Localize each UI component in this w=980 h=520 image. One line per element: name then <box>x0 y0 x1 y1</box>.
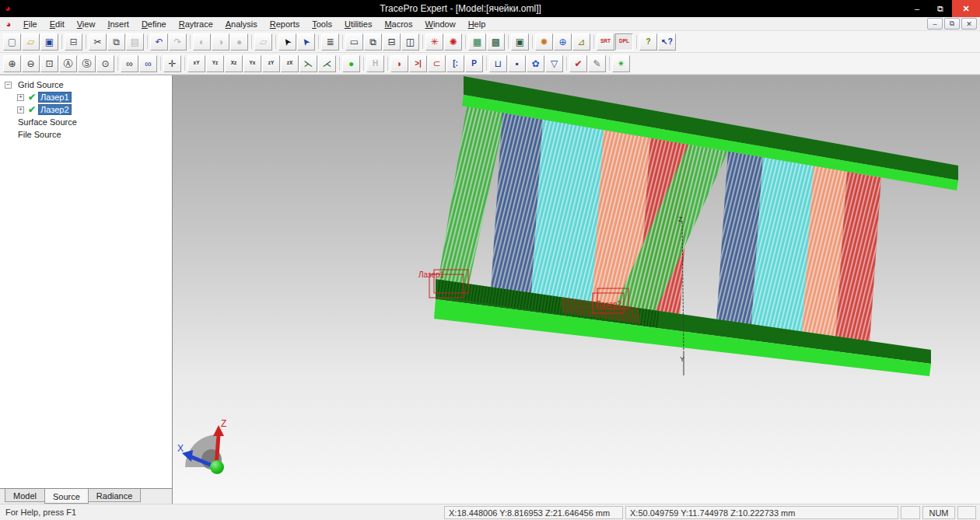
enabled-check-icon[interactable]: ✔ <box>28 92 36 103</box>
mdi-close-button[interactable]: ✕ <box>961 18 977 30</box>
view-yx-button[interactable]: Yx <box>243 55 261 72</box>
open-button[interactable]: ▱ <box>22 33 40 51</box>
zoom-selection-button[interactable]: Ⓢ <box>78 55 96 72</box>
help-button[interactable]: ? <box>639 33 657 51</box>
zoom-in-button[interactable]: ⊕ <box>3 55 21 72</box>
profile-d-button[interactable]: ◗ <box>390 55 408 72</box>
tree-item-laser2-label[interactable]: Лазер2 <box>38 104 72 115</box>
menu-macros[interactable]: Macros <box>378 17 418 30</box>
tree-item-file-source[interactable]: File Source <box>0 128 172 141</box>
zoom-all-button[interactable]: Ⓐ <box>59 55 77 72</box>
tree-item-laser2[interactable]: +✔Лазер2 <box>0 103 172 116</box>
tree-item-laser1-label[interactable]: Лазер1 <box>38 92 72 103</box>
menu-edit[interactable]: Edit <box>44 17 71 30</box>
tree-item-surface-source-label[interactable]: Surface Source <box>16 117 79 127</box>
menu-utilities[interactable]: Utilities <box>338 17 378 30</box>
select-button[interactable]: ➤ <box>278 33 296 51</box>
tree-item-grid-source-label[interactable]: Grid Source <box>16 79 66 90</box>
menu-window[interactable]: Window <box>418 17 461 30</box>
tree-item-laser1[interactable]: +✔Лазер1 <box>0 91 172 103</box>
model-view-canvas[interactable]: Z Y Лазер1 Лазер2 Z X <box>173 75 979 504</box>
view-yz-button[interactable]: Yz <box>206 55 224 72</box>
cut-button[interactable]: ✂ <box>89 33 107 51</box>
tree-item-file-source-label[interactable]: File Source <box>16 129 64 140</box>
save-button[interactable]: ▣ <box>40 33 58 51</box>
tile-horizontal-button[interactable]: ⊟ <box>383 33 401 51</box>
context-help-button[interactable]: ↖? <box>658 33 676 51</box>
pan-button[interactable]: ✛ <box>163 55 181 72</box>
menu-analysis[interactable]: Analysis <box>219 17 264 30</box>
minimize-button[interactable]: – <box>905 0 929 17</box>
redo-button[interactable]: ↷ <box>169 33 187 51</box>
sketch-button[interactable]: ✎ <box>588 55 606 72</box>
profile-lens-button[interactable]: ⊂ <box>428 55 446 72</box>
undo-button[interactable]: ↶ <box>150 33 168 51</box>
candela-plot-button[interactable]: ⊿ <box>572 33 590 51</box>
menu-define[interactable]: Define <box>135 17 173 30</box>
redraw-all-button[interactable]: ∞ <box>139 55 157 72</box>
expand-icon[interactable]: + <box>17 94 24 101</box>
apply-check-button[interactable]: ✔ <box>569 55 587 72</box>
h-tool-button[interactable]: H <box>366 55 384 72</box>
edit-region-button[interactable]: ▱ <box>254 33 272 51</box>
redraw-button[interactable]: ∞ <box>121 55 138 72</box>
irradiance-options-button[interactable]: ▩ <box>487 33 505 51</box>
tab-source[interactable]: Source <box>44 489 89 504</box>
dpl-mode-button[interactable]: DPL <box>615 33 633 51</box>
view-wireframe-button[interactable]: ◐ <box>193 33 211 51</box>
model-viewport[interactable]: Z Y Лазер1 Лазер2 Z X <box>173 75 980 504</box>
view-xz-button[interactable]: Xz <box>225 55 243 72</box>
trace-rays-rep-button[interactable]: ✺ <box>444 33 462 51</box>
zoom-previous-button[interactable]: ⊙ <box>96 55 114 72</box>
menu-view[interactable]: View <box>71 17 102 30</box>
cone-view-button[interactable]: ▽ <box>545 55 563 72</box>
mdi-minimize-button[interactable]: – <box>927 18 943 30</box>
tab-model[interactable]: Model <box>5 489 45 502</box>
view-hidden-line-button[interactable]: ◑ <box>212 33 229 51</box>
tab-radiance[interactable]: Radiance <box>88 489 141 502</box>
mdi-restore-button[interactable]: ⧉ <box>944 18 960 30</box>
trace-rays-button[interactable]: ✳ <box>425 33 443 51</box>
srt-mode-button[interactable]: SRT <box>597 33 614 51</box>
view-zx-button[interactable]: zX <box>281 55 299 72</box>
view-iso-2-button[interactable]: ⋌ <box>318 55 336 72</box>
tree-item-grid-source[interactable]: −Grid Source <box>0 79 172 91</box>
ray-limit-button[interactable]: >| <box>409 55 427 72</box>
source-options-button[interactable]: ✹ <box>535 33 553 51</box>
cascade-windows-button[interactable]: ⧉ <box>364 33 382 51</box>
copy-button[interactable]: ⧉ <box>107 33 125 51</box>
menu-reports[interactable]: Reports <box>264 17 306 30</box>
expand-icon[interactable]: + <box>17 106 24 113</box>
orbit-button[interactable]: ● <box>342 55 360 72</box>
print-button[interactable]: ⊟ <box>65 33 82 51</box>
zoom-out-button[interactable]: ⊖ <box>22 55 40 72</box>
view-iso-1-button[interactable]: ⋋ <box>299 55 317 72</box>
globe-view-button[interactable]: ⊕ <box>554 33 572 51</box>
cylinder-view-button[interactable]: ⊔ <box>489 55 507 72</box>
profile-section-button[interactable]: [: <box>446 55 464 72</box>
paste-button[interactable]: ▤ <box>126 33 144 51</box>
menu-raytrace[interactable]: Raytrace <box>173 17 219 30</box>
incident-rays-button[interactable]: ✴ <box>612 55 630 72</box>
new-button[interactable]: ▢ <box>3 33 21 51</box>
menu-help[interactable]: Help <box>462 17 492 30</box>
new-window-button[interactable]: ▭ <box>345 33 363 51</box>
view-zy-button[interactable]: zY <box>262 55 280 72</box>
cube-view-button[interactable]: ▪ <box>508 55 526 72</box>
menu-file[interactable]: File <box>17 17 44 30</box>
menu-insert[interactable]: Insert <box>101 17 135 30</box>
photorealistic-button[interactable]: P <box>465 55 483 72</box>
close-button[interactable]: ✕ <box>952 0 980 17</box>
view-xy-button[interactable]: xY <box>187 55 205 72</box>
irradiance-map-button[interactable]: ▦ <box>468 33 486 51</box>
menu-tools[interactable]: Tools <box>306 17 338 30</box>
view-solid-button[interactable]: ● <box>230 33 248 51</box>
zoom-window-button[interactable]: ⊡ <box>40 55 58 72</box>
notes-button[interactable]: ≣ <box>321 33 339 51</box>
tile-vertical-button[interactable]: ◫ <box>401 33 419 51</box>
flower-view-button[interactable]: ✿ <box>527 55 544 72</box>
display-ray-options-button[interactable]: ▣ <box>511 33 529 51</box>
restore-button[interactable]: ⧉ <box>929 0 952 17</box>
tree-item-surface-source[interactable]: Surface Source <box>0 116 172 128</box>
pick-surface-button[interactable]: ➤ <box>297 33 315 51</box>
